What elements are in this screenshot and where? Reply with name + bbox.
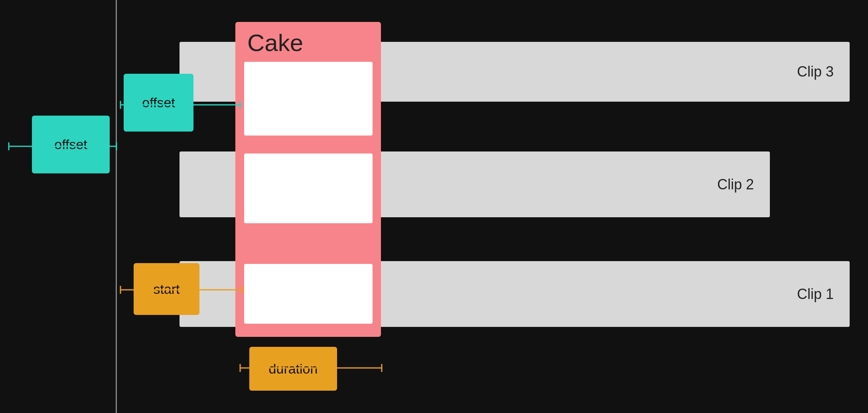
duration-bracket	[236, 362, 386, 374]
offset-bracket-1	[5, 140, 120, 152]
clip2-label: Clip 2	[717, 176, 754, 193]
cake-title: Cake	[247, 29, 303, 57]
cake-clip2-panel	[244, 153, 373, 223]
start-bracket	[116, 284, 246, 296]
clip3-label: Clip 3	[797, 63, 834, 80]
clip1-label: Clip 1	[797, 286, 834, 303]
cake-clip1-panel	[244, 264, 373, 324]
cake-clip3-panel	[244, 62, 373, 136]
timeline-line	[116, 0, 117, 413]
offset-bracket-2	[116, 99, 244, 111]
cake-group: Cake	[235, 22, 381, 337]
